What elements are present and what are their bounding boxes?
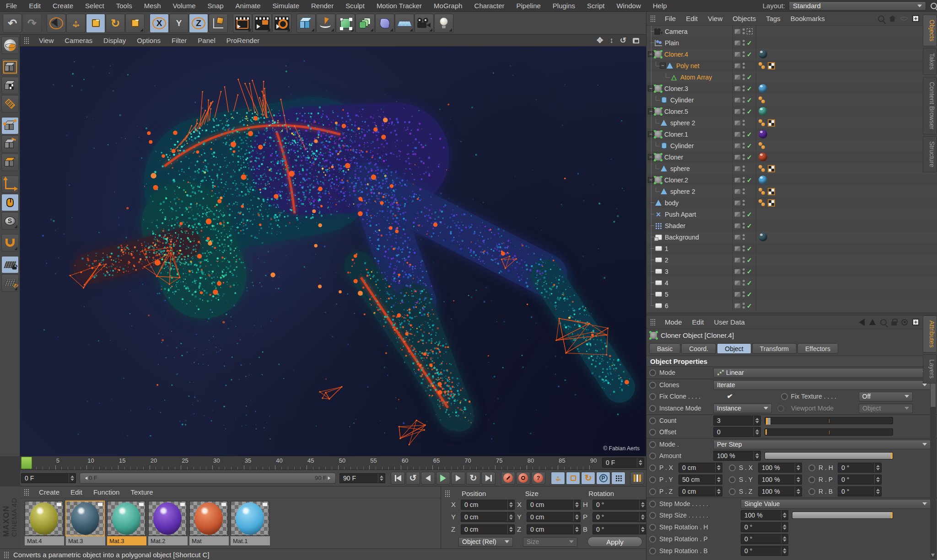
object-name[interactable]: 3 bbox=[665, 268, 668, 275]
enabled-check-icon[interactable]: ✓ bbox=[747, 74, 753, 81]
animation-radio[interactable] bbox=[649, 524, 656, 531]
menu-help[interactable]: Help bbox=[647, 0, 673, 12]
object-row-cloner-1[interactable]: −Cloner.1✓ bbox=[646, 128, 937, 140]
object-name[interactable]: Cloner.1 bbox=[664, 131, 688, 138]
value-field[interactable]: 0 cm bbox=[679, 486, 722, 496]
points-mode-button[interactable] bbox=[1, 117, 19, 134]
goto-end-button[interactable] bbox=[481, 472, 495, 485]
camera-target-icon[interactable]: + bbox=[747, 28, 753, 34]
object-row-6[interactable]: 6✓ bbox=[646, 300, 937, 311]
layer-chip-icon[interactable] bbox=[734, 212, 741, 217]
redo-button[interactable]: ↷ bbox=[22, 14, 42, 33]
animation-radio[interactable] bbox=[649, 501, 656, 507]
enabled-check-icon[interactable]: ✓ bbox=[747, 51, 753, 58]
object-manager-menu-view[interactable]: View bbox=[703, 15, 727, 22]
layer-chip-icon[interactable] bbox=[734, 303, 741, 309]
object-name[interactable]: Poly net bbox=[676, 62, 700, 69]
panel-handle-icon[interactable] bbox=[445, 490, 451, 497]
object-row-sphere[interactable]: sphere bbox=[646, 163, 937, 174]
enabled-check-icon[interactable]: ✓ bbox=[747, 176, 753, 184]
viewport-menu-panel[interactable]: Panel bbox=[192, 37, 221, 44]
add-panel-icon[interactable]: + bbox=[912, 15, 919, 22]
back-icon[interactable] bbox=[859, 319, 865, 326]
menu-animate[interactable]: Animate bbox=[230, 0, 267, 12]
menu-tools[interactable]: Tools bbox=[110, 0, 138, 12]
material-tag[interactable] bbox=[759, 130, 767, 139]
key-scale-button[interactable] bbox=[566, 472, 580, 485]
material-tag[interactable] bbox=[759, 84, 767, 93]
value-field[interactable]: 100 % bbox=[758, 486, 802, 496]
uvw-tag-icon[interactable] bbox=[768, 119, 775, 127]
animation-radio[interactable] bbox=[649, 382, 656, 389]
menu-window[interactable]: Window bbox=[610, 0, 646, 12]
next-frame-button[interactable] bbox=[451, 472, 465, 485]
object-name[interactable]: Cylinder bbox=[670, 142, 694, 149]
dropdown[interactable]: Linear bbox=[713, 368, 931, 378]
eye-icon[interactable] bbox=[900, 16, 908, 21]
menu-motion-tracker[interactable]: Motion Tracker bbox=[371, 0, 428, 12]
visibility-dots[interactable] bbox=[743, 120, 745, 126]
scrollbar[interactable] bbox=[930, 363, 936, 559]
dropdown[interactable]: Off bbox=[859, 392, 913, 401]
material-name[interactable]: Mat.3 bbox=[107, 536, 146, 545]
value-field[interactable]: 0 ° bbox=[838, 475, 882, 485]
coordinate-field[interactable]: 0 cm bbox=[461, 524, 515, 534]
layer-chip-icon[interactable] bbox=[734, 143, 741, 149]
render-view-button[interactable] bbox=[233, 14, 252, 33]
playhead[interactable] bbox=[21, 457, 32, 469]
object-row-camera[interactable]: Camera+ bbox=[646, 26, 937, 37]
value-slider[interactable] bbox=[792, 512, 893, 519]
phong-tag-icon[interactable] bbox=[759, 142, 766, 150]
object-row-1[interactable]: 1✓ bbox=[646, 243, 937, 254]
animation-radio[interactable] bbox=[649, 429, 656, 436]
visibility-dots[interactable] bbox=[743, 165, 745, 171]
value-field[interactable]: 0 ° bbox=[838, 463, 882, 473]
animation-radio[interactable] bbox=[649, 417, 656, 424]
material-name[interactable]: Mat bbox=[189, 536, 229, 545]
coordinate-system-button[interactable] bbox=[209, 14, 228, 33]
coordinate-mode-dropdown[interactable]: Object (Rel) bbox=[458, 537, 513, 547]
spline-pen-button[interactable] bbox=[316, 14, 335, 33]
dropdown[interactable]: Iterate bbox=[713, 380, 931, 390]
tab-effectors[interactable]: Effectors bbox=[797, 343, 838, 354]
tab-basic[interactable]: Basic bbox=[649, 343, 680, 354]
menu-mograph[interactable]: MoGraph bbox=[428, 0, 468, 12]
goto-start-button[interactable] bbox=[391, 472, 405, 485]
animation-radio[interactable] bbox=[649, 488, 656, 495]
panel-handle-icon[interactable] bbox=[24, 489, 30, 496]
expander-icon[interactable]: − bbox=[660, 63, 666, 69]
visibility-dots[interactable] bbox=[743, 28, 745, 34]
object-row-cylinder[interactable]: Cylinder✓ bbox=[646, 94, 937, 106]
coordinate-field[interactable]: 0 cm bbox=[527, 512, 581, 522]
object-row-cloner[interactable]: −Cloner✓ bbox=[646, 151, 937, 163]
lock-icon[interactable] bbox=[891, 321, 897, 325]
layer-chip-icon[interactable] bbox=[734, 280, 741, 286]
snap-s-button[interactable]: S bbox=[1, 212, 19, 229]
visibility-dots[interactable] bbox=[743, 131, 745, 137]
material-tag[interactable] bbox=[759, 153, 767, 161]
add-primitive-button[interactable] bbox=[296, 14, 316, 33]
object-manager-menu-file[interactable]: File bbox=[660, 15, 681, 22]
value-field[interactable]: 100 % bbox=[741, 510, 788, 520]
object-row-sphere-2[interactable]: sphere 2 bbox=[646, 186, 937, 197]
layer-chip-icon[interactable] bbox=[734, 155, 741, 160]
animation-radio[interactable] bbox=[649, 441, 656, 448]
menu-snap[interactable]: Snap bbox=[202, 0, 230, 12]
viewport-menu-view[interactable]: View bbox=[33, 37, 59, 44]
texture-mode-button[interactable] bbox=[1, 77, 19, 94]
rotate-tool[interactable]: ↻ bbox=[106, 14, 125, 33]
layer-chip-icon[interactable] bbox=[734, 166, 741, 171]
enabled-check-icon[interactable]: ✓ bbox=[747, 302, 753, 309]
material-menu-function[interactable]: Function bbox=[88, 488, 125, 496]
animation-radio[interactable] bbox=[649, 464, 656, 471]
layer-chip-icon[interactable] bbox=[734, 86, 741, 91]
animation-radio[interactable] bbox=[729, 476, 736, 483]
menu-pipeline[interactable]: Pipeline bbox=[510, 0, 546, 12]
menu-character[interactable]: Character bbox=[468, 0, 511, 12]
enable-snap-button[interactable] bbox=[1, 234, 19, 251]
viewport-render[interactable] bbox=[20, 47, 646, 456]
menu-plugins[interactable]: Plugins bbox=[547, 0, 581, 12]
enabled-check-icon[interactable]: ✓ bbox=[747, 96, 753, 104]
attribute-menu-mode[interactable]: Mode bbox=[660, 318, 687, 326]
visibility-dots[interactable] bbox=[743, 200, 745, 206]
